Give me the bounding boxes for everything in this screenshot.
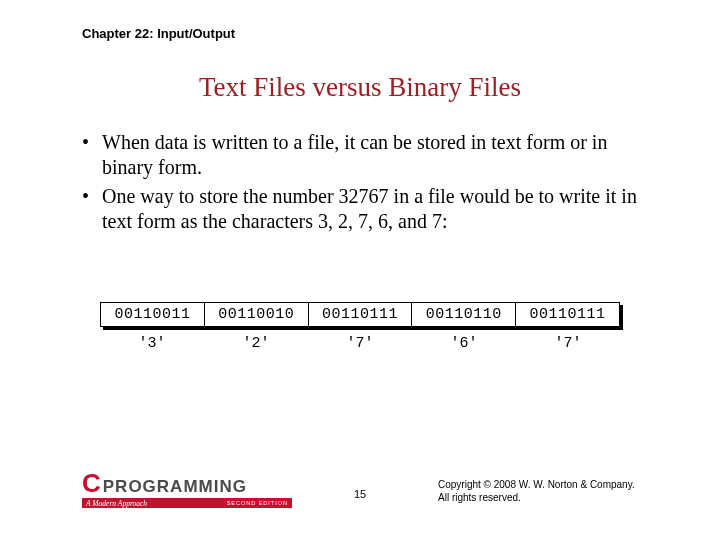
bullet-mark: • (82, 130, 102, 180)
content-body: • When data is written to a file, it can… (82, 130, 642, 238)
char-cell: '6' (412, 335, 516, 352)
byte-cell: 00110011 (101, 303, 205, 326)
logo-edition: SECOND EDITION (227, 500, 288, 506)
char-cell: '2' (204, 335, 308, 352)
char-row: '3' '2' '7' '6' '7' (100, 335, 620, 352)
bullet-text: When data is written to a file, it can b… (102, 130, 642, 180)
bullet-text: One way to store the number 32767 in a f… (102, 184, 642, 234)
byte-row: 00110011 00110010 00110111 00110110 0011… (100, 302, 620, 327)
chapter-header: Chapter 22: Input/Output (82, 26, 235, 41)
byte-cell: 00110110 (412, 303, 516, 326)
byte-cell: 00110111 (516, 303, 619, 326)
bullet-item: • When data is written to a file, it can… (82, 130, 642, 180)
slide-title: Text Files versus Binary Files (0, 72, 720, 103)
byte-figure: 00110011 00110010 00110111 00110110 0011… (100, 302, 620, 352)
byte-cell: 00110010 (205, 303, 309, 326)
footer: C PROGRAMMING A Modern Approach SECOND E… (0, 468, 720, 508)
bullet-item: • One way to store the number 32767 in a… (82, 184, 642, 234)
char-cell: '3' (100, 335, 204, 352)
bullet-mark: • (82, 184, 102, 234)
copyright: Copyright © 2008 W. W. Norton & Company.… (438, 478, 638, 504)
char-cell: '7' (516, 335, 620, 352)
char-cell: '7' (308, 335, 412, 352)
byte-cell: 00110111 (309, 303, 413, 326)
